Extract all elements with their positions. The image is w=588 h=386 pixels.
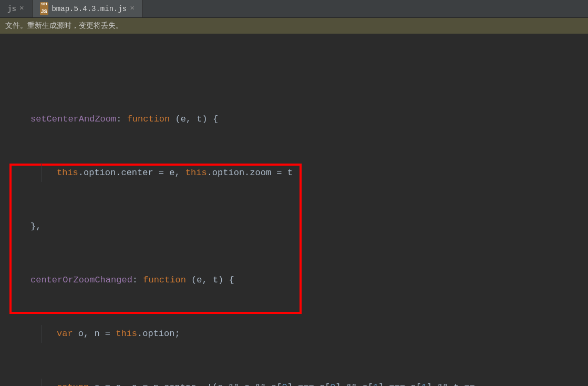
code-line: return o = e, e = n.center, !(o && e && …	[0, 379, 588, 386]
code-line: setCenterAndZoom: function (e, t) {	[0, 110, 588, 128]
js-file-icon: 101JS	[40, 2, 49, 15]
code-editor[interactable]: setCenterAndZoom: function (e, t) { this…	[0, 34, 588, 386]
tab-js[interactable]: js ×	[0, 0, 33, 17]
code-line: var o, n = this.option;	[0, 325, 588, 343]
generated-file-banner: 文件。重新生成源时，变更将丢失。	[0, 18, 588, 34]
close-icon[interactable]: ×	[19, 5, 25, 13]
tab-bmap[interactable]: 101JS bmap.5.4.3.min.js ×	[33, 0, 143, 17]
tab-label: bmap.5.4.3.min.js	[51, 5, 127, 13]
banner-text: 文件。重新生成源时，变更将丢失。	[5, 21, 123, 31]
code-line: },	[0, 218, 588, 236]
tab-label: js	[7, 5, 16, 13]
code-line: this.option.center = e, this.option.zoom…	[0, 164, 588, 182]
highlight-box	[9, 164, 302, 314]
close-icon[interactable]: ×	[130, 5, 135, 13]
tab-bar: js × 101JS bmap.5.4.3.min.js ×	[0, 0, 588, 18]
code-line: centerOrZoomChanged: function (e, t) {	[0, 271, 588, 289]
